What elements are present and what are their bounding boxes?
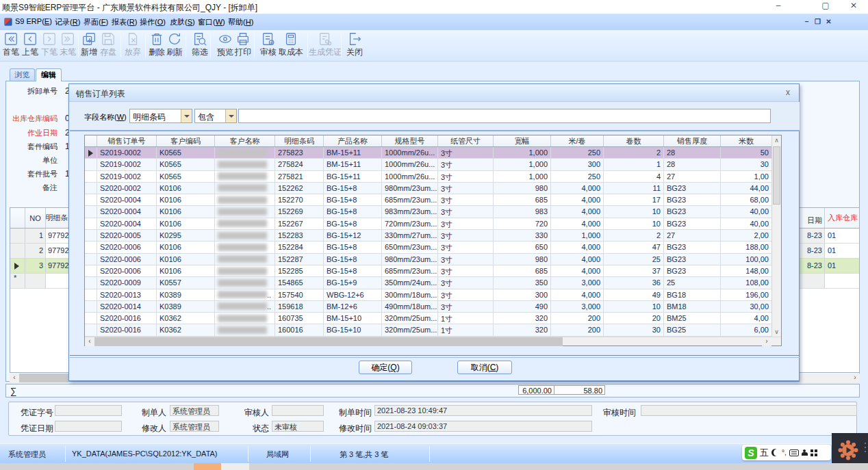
col-spec-model[interactable]: 规格型号 xyxy=(382,135,438,146)
prev-record-button[interactable]: 上笔 xyxy=(21,31,40,58)
menu-record[interactable]: 记录(R) xyxy=(55,17,80,27)
sales-order-row[interactable]: S2019-0002 K0565 275823 BM-15+11 1000mm/… xyxy=(85,147,781,159)
grid-menu-icon[interactable] xyxy=(810,449,817,456)
detail-row-right[interactable]: 8-23 01 xyxy=(794,259,859,274)
mdi-close-icon[interactable]: ✕ xyxy=(824,17,833,26)
print-button[interactable]: 打印 xyxy=(233,31,253,58)
col-tube-size[interactable]: 纸管尺寸 xyxy=(438,135,494,146)
delete-button[interactable]: 删除 xyxy=(147,31,166,58)
gen-voucher-button[interactable]: 生成凭证 xyxy=(306,31,344,58)
menu-window[interactable]: 窗口(W) xyxy=(198,17,225,27)
cancel-button[interactable]: 取消(C) xyxy=(457,361,512,374)
vscroll-thumb[interactable] xyxy=(773,146,780,205)
tab-browse[interactable]: 浏览 xyxy=(10,68,35,81)
detail-row-right[interactable]: 8-23 01 xyxy=(794,244,859,259)
moon-icon[interactable] xyxy=(771,449,779,456)
person-icon[interactable] xyxy=(802,449,808,456)
detail-row[interactable]: 2 97792 xyxy=(10,244,75,259)
last-record-button[interactable]: 末笔 xyxy=(58,31,77,58)
detail-row[interactable]: * xyxy=(10,274,75,289)
punct-icon[interactable]: °, xyxy=(782,449,787,456)
filter-button[interactable]: 筛选 xyxy=(190,31,209,58)
ok-button[interactable]: 确定(Q) xyxy=(359,361,412,374)
menu-help[interactable]: 帮助(H) xyxy=(228,17,253,27)
audit-button[interactable]: 审核 xyxy=(259,31,278,58)
sales-order-row[interactable]: S2020-0006 K0106 152284 BG-15+8 650mm/23… xyxy=(85,241,781,253)
taskbar-active-app[interactable] xyxy=(194,463,221,470)
save-button[interactable]: 存盘 xyxy=(99,31,118,58)
menu-report[interactable]: 报表(R) xyxy=(112,17,137,27)
detail-row[interactable]: 1 97792 xyxy=(10,229,75,244)
col-customer-name[interactable]: 客户名称 xyxy=(215,135,275,146)
sales-order-row[interactable]: S2020-0016 K0362 160735 BM-15+10 320mm/2… xyxy=(85,313,781,324)
sales-order-row[interactable]: S2020-0013 K0389 .. 157540 WBG-12+6 300m… xyxy=(85,289,781,301)
filter-text-input[interactable] xyxy=(238,109,771,123)
refresh-button[interactable]: 刷新 xyxy=(165,31,184,58)
tab-edit[interactable]: 编辑 xyxy=(36,68,62,81)
grid-hscroll-thumb[interactable] xyxy=(94,337,563,346)
menu-s9erp[interactable]: S9 ERP(E) xyxy=(15,17,52,25)
sales-order-row[interactable]: S2020-0006 K0106 152285 BG-15+8 685mm/23… xyxy=(85,265,781,277)
form-hscrollbar-right[interactable]: › xyxy=(800,374,860,382)
col-sales-order-no[interactable]: 销售订单号 xyxy=(97,135,157,146)
col-meters[interactable]: 米数 xyxy=(721,135,771,146)
voucher-no-field[interactable] xyxy=(55,405,122,416)
first-record-button[interactable]: 首笔 xyxy=(1,31,21,58)
menu-action[interactable]: 操作(O) xyxy=(140,17,166,27)
new-button[interactable]: 新增 xyxy=(79,31,99,58)
col-width[interactable]: 宽幅 xyxy=(494,135,551,146)
scroll-left-icon[interactable]: ‹ xyxy=(85,337,94,346)
grid-vscrollbar[interactable]: ∧ ∨ xyxy=(771,135,781,337)
chevron-down-icon[interactable] xyxy=(181,109,192,122)
detail-row-right[interactable] xyxy=(794,274,859,289)
filter-field-select[interactable]: 明细条码 xyxy=(129,109,192,123)
col-meters-per-roll[interactable]: 米/卷 xyxy=(551,135,604,146)
scroll-down-icon[interactable]: ∨ xyxy=(772,327,781,337)
col-sales-thickness[interactable]: 销售厚度 xyxy=(664,135,721,146)
col-detail-barcode[interactable]: 明细条码 xyxy=(275,135,324,146)
mdi-restore-icon[interactable]: ❐ xyxy=(813,17,822,26)
sales-order-row[interactable]: S2020-0016 K0362 160016 BG-15+10 320mm/2… xyxy=(85,324,781,336)
tray-app[interactable] xyxy=(832,433,868,467)
form-hscrollbar-left[interactable]: ‹ xyxy=(10,374,68,382)
form-hscroll-thumb[interactable] xyxy=(19,374,68,382)
sales-order-row[interactable]: S2019-0002 K0565 275824 BM-15+11 1000mm/… xyxy=(85,159,781,170)
sales-order-row[interactable]: S2020-0002 K0106 152262 BG-15+8 980mm/23… xyxy=(85,183,781,194)
sales-order-row[interactable]: S2020-0005 K0295 152283 BG-15+12 330mm/2… xyxy=(85,230,781,241)
next-record-button[interactable]: 下笔 xyxy=(40,31,59,58)
preview-button[interactable]: 预览 xyxy=(216,31,235,58)
sales-order-row[interactable]: S2020-0006 K0106 152287 BG-15+8 980mm/23… xyxy=(85,254,781,265)
col-roll-count[interactable]: 卷数 xyxy=(604,135,664,146)
window-minimize-icon[interactable]: – xyxy=(766,0,791,12)
grid-hscrollbar[interactable]: ‹ › xyxy=(85,337,781,345)
sales-order-row[interactable]: S2020-0014 K0389 .. 159618 BM-12+6 490mm… xyxy=(85,301,781,313)
window-close-icon[interactable]: ✕ xyxy=(841,0,866,12)
filter-operator-select[interactable]: 包含 xyxy=(194,109,237,123)
sun-flower-icon[interactable] xyxy=(837,439,860,462)
close-form-button[interactable]: 关闭 xyxy=(345,31,364,58)
scroll-right-icon[interactable]: › xyxy=(850,374,860,382)
sales-order-row[interactable]: S2019-0002 K0565 275821 BG-15+11 1000mm/… xyxy=(85,171,781,183)
sales-order-row[interactable]: S2020-0004 K0106 152267 BG-15+8 720mm/23… xyxy=(85,218,781,230)
col-no[interactable]: NO xyxy=(25,208,46,228)
dialog-close-icon[interactable]: x xyxy=(782,88,793,99)
ime-bar[interactable]: S 五 °, xyxy=(742,445,831,460)
abandon-button[interactable]: 放弃 xyxy=(123,31,142,58)
mdi-minimize-icon[interactable]: – xyxy=(802,17,811,26)
get-cost-button[interactable]: 取成本 xyxy=(277,31,305,58)
col-customer-code[interactable]: 客户编码 xyxy=(157,135,215,146)
scroll-up-icon[interactable]: ∧ xyxy=(772,135,781,145)
sales-order-row[interactable]: S2020-0004 K0106 152270 BG-15+8 685mm/23… xyxy=(85,194,781,206)
menu-ui[interactable]: 界面(F) xyxy=(84,17,108,27)
keyboard-icon[interactable] xyxy=(789,449,799,456)
scroll-left-icon[interactable]: ‹ xyxy=(10,374,19,382)
voucher-date-field[interactable] xyxy=(55,421,122,432)
sales-order-row[interactable]: S2020-0004 K0106 152269 BG-15+8 983mm/23… xyxy=(85,206,781,218)
chevron-down-icon[interactable] xyxy=(225,109,236,122)
detail-row-right[interactable]: 8-23 01 xyxy=(794,229,859,244)
window-maximize-icon[interactable]: ▢ xyxy=(813,0,838,12)
ime-mode[interactable]: 五 xyxy=(760,447,769,459)
scroll-right-icon[interactable]: › xyxy=(762,337,771,346)
taskbar-app[interactable] xyxy=(221,463,249,470)
sales-order-row[interactable]: S2020-0009 K0557 154865 BG-15+9 350mm/24… xyxy=(85,277,781,289)
